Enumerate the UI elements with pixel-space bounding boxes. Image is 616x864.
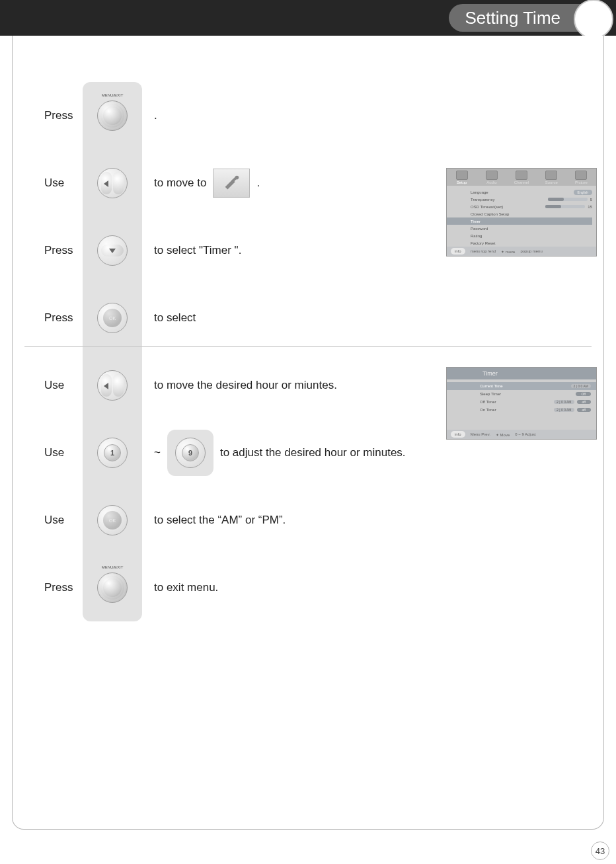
osd-row: Sleep TimerOff — [480, 390, 591, 398]
step-desc: . — [154, 109, 157, 122]
osd-timer-screenshot: Timer Current Time2 | 0 0 AM Sleep Timer… — [446, 367, 597, 440]
step-desc: ~ 9 to adjust the desired hour or minute… — [154, 430, 406, 476]
button-column — [83, 352, 142, 419]
step-verb: Use — [44, 177, 83, 190]
step-desc: to move to . — [154, 169, 260, 198]
step-verb: Use — [44, 446, 83, 459]
button-column: MENU/EXIT — [83, 82, 142, 149]
menu-exit-button-icon: MENU/EXIT — [97, 572, 128, 603]
osd-row: Rating — [471, 232, 592, 239]
osd-row: OSD Timeout(sec)15 — [471, 203, 592, 210]
osd-tab-audio: Audio — [477, 169, 506, 186]
osd-row-highlighted: Timer — [447, 217, 592, 225]
left-right-button-icon — [97, 370, 128, 401]
section-divider — [24, 346, 592, 347]
step-verb: Use — [44, 379, 83, 392]
osd-tab-setup: Setup — [447, 169, 477, 186]
button-column: OK — [83, 284, 142, 352]
menu-exit-label: MENU/EXIT — [98, 93, 127, 97]
menu-exit-label: MENU/EXIT — [98, 565, 127, 569]
button-column — [83, 217, 142, 284]
step-desc: to select the “AM” or “PM”. — [154, 514, 286, 527]
step-verb: Press — [44, 244, 83, 257]
ok-button-icon: OK — [97, 505, 128, 535]
step-desc: to exit menu. — [154, 581, 218, 594]
osd-row-highlighted: Current Time2 | 0 0 AM — [447, 382, 596, 390]
osd-row: Password — [471, 225, 592, 232]
step-desc: to select — [154, 311, 196, 325]
number-1-button-icon: 1 — [97, 438, 128, 468]
osd-row: LanguageEnglish — [471, 188, 592, 196]
page-number: 43 — [591, 842, 609, 860]
step-desc: to select "Timer ". — [154, 244, 241, 257]
step-row: Press OK to select — [44, 284, 572, 352]
button-column: OK — [83, 487, 142, 554]
osd-footer: info menu top /end ✦ move popup menu — [447, 247, 596, 256]
button-column — [83, 149, 142, 217]
step-verb: Press — [44, 109, 83, 122]
step-row: Press MENU/EXIT . — [44, 82, 572, 149]
step-row: Use OK to select the “AM” or “PM”. — [44, 487, 572, 554]
page-title: Setting Time — [465, 8, 560, 28]
down-button-icon — [97, 235, 128, 266]
osd-row: Closed Caption Setup — [471, 210, 592, 217]
number-9-button-icon: 9 — [167, 430, 213, 476]
ok-button-icon: OK — [97, 303, 128, 333]
osd-row: On Timer2 | 0 0 AMoff — [480, 406, 591, 414]
setup-tools-icon — [213, 169, 250, 198]
step-verb: Press — [44, 311, 83, 325]
button-column: MENU/EXIT — [83, 554, 142, 621]
content-box: Press MENU/EXIT . Use to move to — [12, 36, 604, 830]
svg-point-1 — [235, 176, 239, 180]
steps-list: Press MENU/EXIT . Use to move to — [44, 82, 572, 621]
step-verb: Press — [44, 581, 83, 594]
osd-timer-title: Timer — [447, 368, 596, 379]
page-title-pill: Setting Time — [449, 4, 595, 32]
step-verb: Use — [44, 514, 83, 527]
step-row: Press MENU/EXIT to exit menu. — [44, 554, 572, 621]
osd-row: Transparency5 — [471, 196, 592, 203]
menu-exit-button-icon: MENU/EXIT — [97, 100, 128, 131]
osd-footer: info Menu Prev. ✦ Move 0 ~ 9 Adjust — [447, 430, 596, 439]
osd-tab-picture: Picture — [566, 169, 596, 186]
left-right-button-icon — [97, 168, 128, 198]
osd-row: Off Timer2 | 0 0 AMoff — [480, 398, 591, 406]
osd-tab-source: Source — [537, 169, 566, 186]
osd-setup-screenshot: Setup Audio Channel Source Picture Langu… — [446, 168, 597, 256]
step-desc: to move the desired hour or miuntes. — [154, 379, 337, 392]
top-bar: Setting Time — [0, 0, 616, 36]
osd-tab-channel: Channel — [506, 169, 536, 186]
osd-row: Factory Reset — [471, 239, 592, 247]
button-column: 1 — [83, 419, 142, 487]
